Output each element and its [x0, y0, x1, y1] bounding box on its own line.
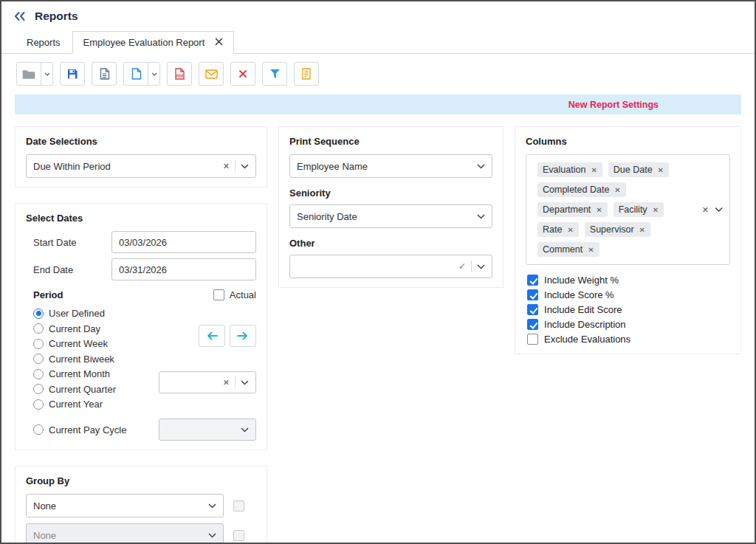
tag-remove-icon[interactable]: ✕	[653, 206, 659, 214]
other-select[interactable]: ✓	[289, 255, 492, 278]
clear-all-icon[interactable]: ✕	[702, 205, 709, 215]
previous-period-button[interactable]	[199, 325, 225, 347]
exclude-evaluations-checkbox[interactable]	[527, 334, 538, 345]
radio-label: Current Month	[49, 368, 110, 379]
column-tag: Facility✕	[614, 202, 664, 217]
folder-icon	[22, 69, 35, 80]
chevron-down-icon	[477, 164, 485, 169]
settings-banner: New Report Settings	[15, 94, 741, 114]
column-tag: Due Date✕	[608, 162, 669, 177]
right-column: Columns Evaluation✕ Due Date✕ Completed …	[515, 126, 741, 354]
radio-label: Current Week	[49, 338, 108, 349]
include-description-option: Include Description	[527, 319, 730, 330]
radio-current-year: Current Year	[33, 399, 159, 410]
tag-label: Comment	[543, 244, 583, 255]
radio-input[interactable]	[33, 399, 44, 410]
select-value: Seniority Date	[297, 211, 471, 222]
open-folder-button[interactable]	[16, 62, 41, 86]
period-options: User Defined Current Day Current Week	[26, 308, 256, 410]
chevron-down-icon[interactable]	[715, 207, 723, 213]
tag-label: Department	[543, 204, 591, 215]
radio-input[interactable]	[33, 339, 44, 349]
panel-title: Columns	[526, 136, 730, 147]
radio-label: User Defined	[49, 308, 105, 319]
group-by-checkbox-2[interactable]	[233, 530, 244, 541]
end-date-input[interactable]	[111, 258, 256, 280]
group-by-checkbox-1[interactable]	[233, 500, 244, 512]
chevron-down-icon	[477, 214, 485, 219]
radio-current-day: Current Day	[33, 323, 159, 334]
period-radio-list: User Defined Current Day Current Week	[33, 308, 159, 410]
app-header: Reports	[1, 1, 755, 31]
start-date-label: Start Date	[33, 237, 111, 248]
option-label: Include Description	[544, 319, 626, 330]
radio-user-defined: User Defined	[33, 308, 159, 319]
chevron-down-icon	[208, 503, 216, 509]
period-label: Period	[26, 289, 63, 300]
open-folder-menu-button[interactable]	[41, 62, 53, 86]
radio-input[interactable]	[33, 323, 44, 334]
radio-input[interactable]	[33, 354, 44, 364]
group-by-select-2[interactable]: None	[26, 523, 224, 544]
next-period-button[interactable]	[230, 325, 256, 347]
collapse-sidebar-icon[interactable]	[13, 11, 26, 21]
columns-multiselect[interactable]: Evaluation✕ Due Date✕ Completed Date✕ De…	[526, 154, 730, 265]
report-button[interactable]	[294, 62, 319, 86]
include-score-option: Include Score %	[527, 289, 730, 300]
view-document-button[interactable]	[92, 62, 117, 86]
delete-button[interactable]	[230, 62, 255, 86]
email-button[interactable]	[199, 62, 224, 86]
export-pdf-button[interactable]: PDF	[167, 62, 192, 86]
tab-reports[interactable]: Reports	[15, 32, 72, 53]
select-value: None	[33, 500, 202, 512]
period-range-select[interactable]: ✕	[159, 371, 256, 393]
include-score-checkbox[interactable]	[527, 289, 538, 300]
include-weight-checkbox[interactable]	[527, 275, 538, 286]
tab-employee-evaluation-report[interactable]: Employee Evaluation Report	[72, 31, 235, 54]
tab-close-icon[interactable]	[215, 38, 223, 47]
start-date-input[interactable]	[111, 231, 256, 253]
group-by-panel: Group By None None	[15, 466, 267, 544]
date-selections-select[interactable]: Due Within Period ✕	[26, 154, 256, 178]
new-document-icon	[131, 68, 142, 80]
chevron-down-icon	[241, 427, 249, 433]
radio-current-week: Current Week	[33, 338, 159, 349]
check-icon: ✓	[458, 261, 466, 272]
print-sequence-select[interactable]: Employee Name	[289, 154, 492, 178]
pay-cycle-row: Current Pay Cycle	[26, 419, 256, 441]
tag-remove-icon[interactable]: ✕	[588, 246, 594, 254]
group-by-select-1[interactable]: None	[26, 494, 224, 517]
new-document-menu-button[interactable]	[148, 62, 160, 86]
include-description-checkbox[interactable]	[527, 319, 538, 330]
tag-remove-icon[interactable]: ✕	[658, 166, 664, 174]
actual-option: Actual	[213, 289, 256, 300]
new-document-button[interactable]	[123, 62, 148, 86]
clear-icon[interactable]: ✕	[223, 378, 230, 388]
tag-remove-icon[interactable]: ✕	[639, 226, 645, 234]
tag-remove-icon[interactable]: ✕	[567, 226, 573, 234]
pay-cycle-select[interactable]	[159, 419, 256, 441]
panel-title: Date Selections	[26, 136, 256, 147]
radio-input[interactable]	[33, 369, 44, 379]
save-button[interactable]	[60, 62, 85, 86]
clear-icon[interactable]: ✕	[223, 162, 230, 171]
tag-remove-icon[interactable]: ✕	[614, 186, 620, 194]
tag-label: Evaluation	[543, 165, 585, 175]
actual-checkbox[interactable]	[213, 289, 224, 300]
filter-button[interactable]	[262, 62, 287, 86]
chevron-down-icon	[208, 533, 216, 538]
radio-input[interactable]	[33, 424, 44, 435]
radio-input[interactable]	[33, 309, 44, 319]
tag-remove-icon[interactable]: ✕	[596, 206, 602, 214]
banner-text: New Report Settings	[568, 100, 659, 110]
seniority-select[interactable]: Seniority Date	[289, 204, 492, 228]
include-edit-score-checkbox[interactable]	[527, 304, 538, 315]
radio-current-quarter: Current Quarter	[33, 384, 159, 395]
radio-current-month: Current Month	[33, 368, 159, 379]
radio-input[interactable]	[33, 384, 44, 394]
other-label: Other	[289, 238, 492, 249]
panel-title: Select Dates	[26, 213, 256, 224]
end-date-row: End Date	[26, 258, 256, 280]
tag-remove-icon[interactable]: ✕	[591, 166, 597, 174]
tag-label: Completed Date	[543, 185, 609, 195]
